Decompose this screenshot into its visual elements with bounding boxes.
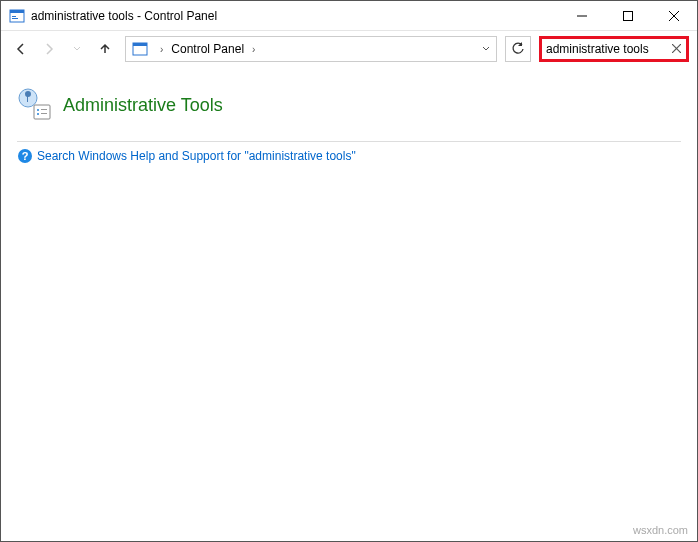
- minimize-button[interactable]: [559, 1, 605, 30]
- control-panel-window: administrative tools - Control Panel: [0, 0, 698, 542]
- back-button[interactable]: [9, 37, 33, 61]
- forward-arrow-icon: [42, 42, 56, 56]
- svg-rect-5: [624, 11, 633, 20]
- breadcrumb-control-panel[interactable]: Control Panel: [169, 42, 246, 56]
- search-result-item: Administrative Tools: [17, 87, 681, 123]
- refresh-icon: [511, 42, 525, 56]
- chevron-down-icon: [482, 45, 490, 53]
- breadcrumb-chevron-icon[interactable]: ›: [246, 44, 261, 55]
- close-button[interactable]: [651, 1, 697, 30]
- svg-rect-9: [133, 43, 147, 46]
- administrative-tools-link[interactable]: Administrative Tools: [63, 95, 223, 116]
- x-icon: [672, 44, 681, 53]
- back-arrow-icon: [14, 42, 28, 56]
- search-box: [539, 36, 689, 62]
- svg-rect-14: [37, 109, 39, 111]
- content-area: Administrative Tools ? Search Windows He…: [1, 67, 697, 541]
- control-panel-icon: [130, 39, 150, 59]
- svg-text:?: ?: [22, 150, 29, 162]
- svg-rect-3: [12, 18, 18, 19]
- divider: [17, 141, 681, 142]
- watermark: wsxdn.com: [633, 524, 688, 536]
- address-dropdown[interactable]: [476, 44, 496, 55]
- svg-rect-1: [10, 10, 24, 13]
- window-title: administrative tools - Control Panel: [31, 9, 559, 23]
- help-search-row: ? Search Windows Help and Support for "a…: [17, 148, 681, 164]
- window-controls: [559, 1, 697, 30]
- up-button[interactable]: [93, 37, 117, 61]
- breadcrumb-chevron-icon[interactable]: ›: [154, 44, 169, 55]
- minimize-icon: [577, 11, 587, 21]
- maximize-icon: [623, 11, 633, 21]
- svg-rect-2: [12, 16, 16, 17]
- recent-dropdown[interactable]: [65, 37, 89, 61]
- svg-rect-16: [37, 113, 39, 115]
- navigation-bar: › Control Panel ›: [1, 31, 697, 67]
- forward-button[interactable]: [37, 37, 61, 61]
- help-icon: ?: [17, 148, 33, 164]
- address-bar[interactable]: › Control Panel ›: [125, 36, 497, 62]
- svg-rect-15: [41, 109, 47, 110]
- administrative-tools-icon: [17, 87, 53, 123]
- close-icon: [669, 11, 679, 21]
- title-bar: administrative tools - Control Panel: [1, 1, 697, 31]
- chevron-down-icon: [73, 45, 81, 53]
- up-arrow-icon: [98, 42, 112, 56]
- search-clear-button[interactable]: [666, 42, 686, 56]
- svg-rect-17: [41, 113, 47, 114]
- help-search-link[interactable]: Search Windows Help and Support for "adm…: [37, 149, 356, 163]
- maximize-button[interactable]: [605, 1, 651, 30]
- svg-rect-13: [34, 105, 50, 119]
- search-input[interactable]: [542, 42, 666, 56]
- refresh-button[interactable]: [505, 36, 531, 62]
- app-icon: [9, 8, 25, 24]
